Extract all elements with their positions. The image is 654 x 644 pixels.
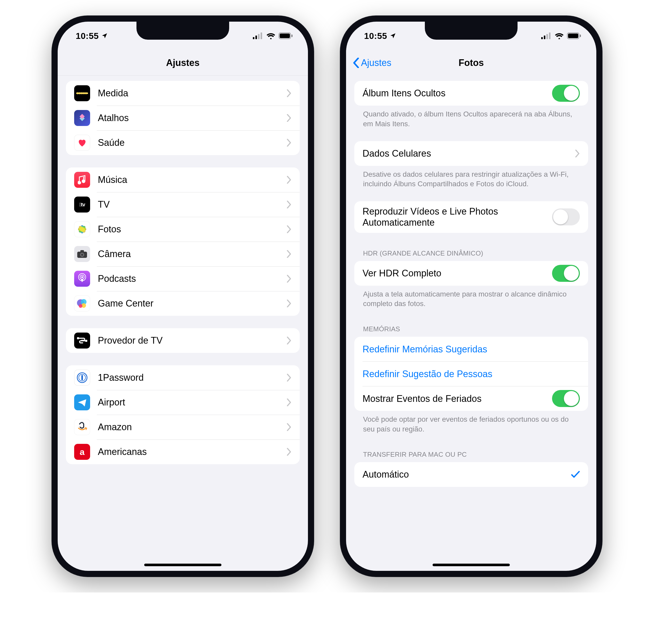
- back-label: Ajustes: [361, 58, 391, 68]
- autoplay-switch[interactable]: [552, 208, 580, 225]
- row-label: Provedor de TV: [98, 330, 287, 351]
- svg-rect-3: [261, 32, 262, 39]
- row-transfer-auto[interactable]: Automático: [354, 462, 588, 487]
- svg-rect-7: [76, 92, 88, 94]
- row-label: Ver HDR Completo: [363, 263, 552, 283]
- memories-header: MEMÓRIAS: [354, 321, 588, 334]
- page-title: Fotos: [459, 58, 484, 68]
- row-label: 1Password: [98, 367, 287, 388]
- svg-point-14: [83, 180, 85, 183]
- holiday-switch[interactable]: [552, 390, 580, 407]
- row-music[interactable]: Música: [66, 167, 300, 192]
- row-label: Dados Celulares: [363, 143, 575, 164]
- transfer-header: TRANSFERIR PARA MAC OU PC: [354, 446, 588, 459]
- hdr-switch[interactable]: [552, 265, 580, 282]
- row-label: Americanas: [98, 441, 287, 462]
- row-autoplay[interactable]: Reproduzir Vídeos e Live Photos Automati…: [354, 201, 588, 233]
- svg-rect-45: [580, 34, 581, 37]
- home-indicator[interactable]: [144, 564, 221, 566]
- row-hidden-album[interactable]: Álbum Itens Ocultos: [354, 81, 588, 106]
- chevron-right-icon: [287, 201, 291, 208]
- hidden-album-footer: Quando ativado, o álbum Itens Ocultos ap…: [354, 106, 588, 129]
- chevron-right-icon: [287, 89, 291, 97]
- svg-rect-42: [549, 32, 551, 39]
- location-icon: [101, 32, 108, 39]
- row-reset-memories[interactable]: Redefinir Memórias Sugeridas: [354, 337, 588, 362]
- row-label: Podcasts: [98, 269, 287, 289]
- row-holiday-events[interactable]: Mostrar Eventos de Feriados: [354, 386, 588, 411]
- location-icon: [390, 32, 396, 39]
- svg-rect-24: [80, 250, 84, 252]
- status-time: 10:55: [364, 31, 387, 41]
- row-hdr[interactable]: Ver HDR Completo: [354, 261, 588, 286]
- row-measure[interactable]: Medida: [66, 81, 300, 106]
- chevron-right-icon: [287, 114, 291, 122]
- svg-rect-40: [544, 36, 545, 39]
- chevron-left-icon: [353, 58, 359, 68]
- row-label: Reproduzir Vídeos e Live Photos Automati…: [363, 201, 552, 233]
- hidden-album-switch[interactable]: [552, 85, 580, 102]
- chevron-right-icon: [287, 139, 291, 146]
- wifi-icon: [555, 32, 564, 39]
- svg-rect-5: [280, 33, 290, 38]
- photos-icon: [74, 221, 90, 237]
- chevron-right-icon: [287, 225, 291, 233]
- health-icon: [74, 135, 90, 151]
- row-label: Medida: [98, 83, 287, 103]
- chevron-right-icon: [287, 300, 291, 307]
- measure-icon: [74, 85, 90, 101]
- amazon-icon: [74, 419, 90, 435]
- row-photos[interactable]: Fotos: [66, 217, 300, 242]
- row-podcasts[interactable]: Podcasts: [66, 266, 300, 291]
- settings-list[interactable]: Medida Atalhos Saúde: [58, 76, 308, 571]
- row-label: Saúde: [98, 132, 287, 153]
- camera-icon: [74, 246, 90, 262]
- row-label: Redefinir Sugestão de Pessoas: [363, 364, 580, 384]
- wifi-icon: [266, 32, 276, 39]
- svg-rect-44: [568, 33, 578, 38]
- row-tv[interactable]: tv TV: [66, 192, 300, 217]
- battery-icon: [279, 32, 293, 39]
- chevron-right-icon: [287, 176, 291, 184]
- photos-settings[interactable]: Álbum Itens Ocultos Quando ativado, o ál…: [346, 76, 596, 571]
- row-americanas[interactable]: a Americanas: [66, 439, 300, 464]
- row-airport[interactable]: Airport: [66, 390, 300, 415]
- home-indicator[interactable]: [433, 564, 510, 566]
- device-notch: [137, 22, 229, 40]
- shortcuts-icon: [74, 110, 90, 126]
- airport-icon: [74, 394, 90, 410]
- row-label: Câmera: [98, 244, 287, 264]
- row-health[interactable]: Saúde: [66, 130, 300, 155]
- memories-footer: Você pode optar por ver eventos de feria…: [354, 411, 588, 434]
- americanas-icon: a: [74, 444, 90, 460]
- row-tv-provider[interactable]: Provedor de TV: [66, 328, 300, 353]
- back-button[interactable]: Ajustes: [353, 58, 391, 68]
- row-label: Automático: [363, 464, 571, 485]
- onepassword-icon: [74, 370, 90, 386]
- row-label: Game Center: [98, 293, 287, 314]
- row-camera[interactable]: Câmera: [66, 242, 300, 266]
- svg-rect-2: [258, 34, 260, 39]
- tvprovider-icon: [74, 332, 90, 348]
- row-amazon[interactable]: Amazon: [66, 415, 300, 439]
- status-time: 10:55: [76, 31, 99, 41]
- hdr-header: HDR (GRANDE ALCANCE DINÂMICO): [354, 245, 588, 258]
- tv-icon: tv: [74, 197, 90, 212]
- hdr-footer: Ajusta a tela automaticamente para mostr…: [354, 286, 588, 309]
- row-cellular-data[interactable]: Dados Celulares: [354, 141, 588, 166]
- phone-right: 10:55 Ajustes Fotos Álbum Itens Ocultos: [340, 16, 603, 577]
- row-1password[interactable]: 1Password: [66, 365, 300, 390]
- svg-rect-6: [291, 34, 293, 37]
- device-notch: [425, 22, 517, 40]
- row-gamecenter[interactable]: Game Center: [66, 291, 300, 316]
- row-reset-people[interactable]: Redefinir Sugestão de Pessoas: [354, 362, 588, 386]
- chevron-right-icon: [287, 250, 291, 258]
- svg-rect-0: [253, 37, 254, 39]
- gamecenter-icon: [74, 296, 90, 312]
- row-label: TV: [98, 194, 287, 214]
- podcasts-icon: [74, 271, 90, 287]
- cell-signal-icon: [541, 32, 552, 39]
- row-label: Redefinir Memórias Sugeridas: [363, 339, 580, 359]
- row-shortcuts[interactable]: Atalhos: [66, 106, 300, 130]
- svg-rect-35: [85, 340, 87, 342]
